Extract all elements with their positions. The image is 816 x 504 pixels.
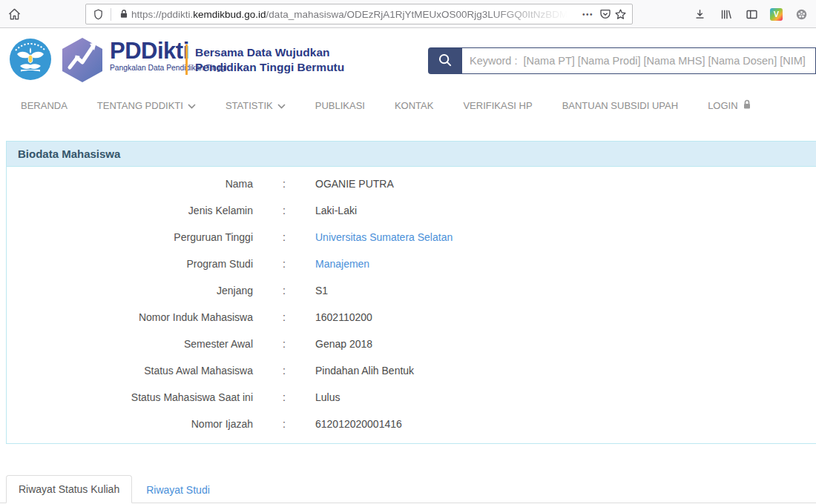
- biodata-row-semester-awal: Semester Awal:Genap 2018: [7, 331, 816, 357]
- nav-kontak[interactable]: KONTAK: [395, 100, 434, 111]
- biodata-row-jenis-kelamin: Jenis Kelamin:Laki-Laki: [7, 197, 816, 224]
- extension-reel-icon[interactable]: [794, 7, 809, 21]
- url-bar[interactable]: https://pddikti.kemdikbud.go.id/data_mah…: [85, 4, 633, 24]
- program-studi-link[interactable]: Manajemen: [315, 258, 369, 270]
- tagline-line1: Bersama Data Wujudkan: [195, 45, 344, 60]
- biodata-row-status-awal: Status Awal Mahasiswa:Pindahan Alih Bent…: [7, 357, 816, 384]
- url-scheme: https://pddikti.: [131, 9, 193, 20]
- chevron-down-icon: [188, 100, 196, 111]
- biodata-row-nama: Nama:OGANIE PUTRA: [7, 170, 816, 197]
- history-tabs: Riwayat Status Kuliah Riwayat Studi: [0, 472, 816, 503]
- nav-verifikasi-hp[interactable]: VERIFIKASI HP: [463, 100, 532, 111]
- biodata-row-nim: Nomor Induk Mahasiswa:1602110200: [7, 304, 816, 331]
- brand-tagline: Bersama Data Wujudkan Pendidikan Tinggi …: [195, 45, 344, 75]
- tab-riwayat-studi[interactable]: Riwayat Studi: [134, 477, 222, 503]
- url-path: /data_mahasiswa/ODEzRjA1RjYtMEUxOS00Rjg3…: [266, 9, 568, 20]
- nav-tentang-pddikti[interactable]: TENTANG PDDIKTI: [97, 100, 196, 111]
- biodata-row-status-saat-ini: Status Mahasiswa Saat ini:Lulus: [7, 384, 816, 411]
- nav-beranda[interactable]: BERANDA: [21, 100, 68, 111]
- https-lock-icon[interactable]: [116, 7, 131, 21]
- search-icon: [437, 52, 453, 70]
- extension-v-icon[interactable]: V: [770, 8, 783, 21]
- biodata-row-program-studi: Program Studi:Manajemen: [7, 251, 816, 277]
- sidebar-toggle-icon[interactable]: [744, 7, 759, 21]
- lock-icon: [743, 99, 751, 112]
- brand-divider: [185, 44, 188, 75]
- urlbar-separator: [111, 8, 111, 21]
- site-header: PDDikti Pangkalan Data Pendidikan Tinggi…: [0, 28, 816, 89]
- download-icon[interactable]: [692, 7, 707, 21]
- pocket-icon[interactable]: [598, 7, 613, 21]
- main-nav: BERANDA TENTANG PDDIKTI STATISTIK PUBLIK…: [0, 89, 816, 122]
- pddikti-hexagon-logo: [59, 36, 105, 87]
- biodata-panel-title: Biodata Mahasiswa: [7, 142, 816, 167]
- search-group: [428, 47, 816, 74]
- bookmark-star-icon[interactable]: [613, 7, 628, 21]
- biodata-row-jenjang: Jenjang:S1: [7, 277, 816, 304]
- tagline-line2: Pendidikan Tinggi Bermutu: [195, 60, 344, 75]
- chevron-down-icon: [277, 100, 286, 111]
- biodata-panel-body: Nama:OGANIE PUTRA Jenis Kelamin:Laki-Lak…: [7, 167, 816, 443]
- library-icon[interactable]: [718, 7, 733, 21]
- nav-statistik[interactable]: STATISTIK: [226, 100, 286, 111]
- tab-riwayat-status-kuliah[interactable]: Riwayat Status Kuliah: [6, 475, 132, 503]
- perguruan-tinggi-link[interactable]: Universitas Sumatera Selatan: [315, 231, 453, 243]
- kemendikbud-logo: [9, 38, 52, 84]
- page-actions-icon[interactable]: •••: [582, 10, 593, 19]
- tracking-shield-icon[interactable]: [91, 7, 105, 21]
- biodata-row-nomor-ijazah: Nomor Ijazah:612012020001416: [7, 411, 816, 437]
- biodata-row-perguruan-tinggi: Perguruan Tinggi:Universitas Sumatera Se…: [7, 224, 816, 251]
- url-text: https://pddikti.kemdikbud.go.id/data_mah…: [131, 9, 581, 20]
- home-icon[interactable]: [6, 6, 22, 22]
- biodata-panel: Biodata Mahasiswa Nama:OGANIE PUTRA Jeni…: [6, 141, 816, 444]
- nav-login[interactable]: LOGIN: [708, 99, 751, 112]
- nav-bantuan-subsidi-upah[interactable]: BANTUAN SUBSIDI UPAH: [562, 100, 679, 111]
- search-input[interactable]: [462, 47, 816, 74]
- nav-publikasi[interactable]: PUBLIKASI: [315, 100, 365, 111]
- browser-toolbar: https://pddikti.kemdikbud.go.id/data_mah…: [0, 0, 816, 28]
- url-domain: kemdikbud.go.id: [193, 9, 266, 20]
- search-button[interactable]: [428, 47, 462, 74]
